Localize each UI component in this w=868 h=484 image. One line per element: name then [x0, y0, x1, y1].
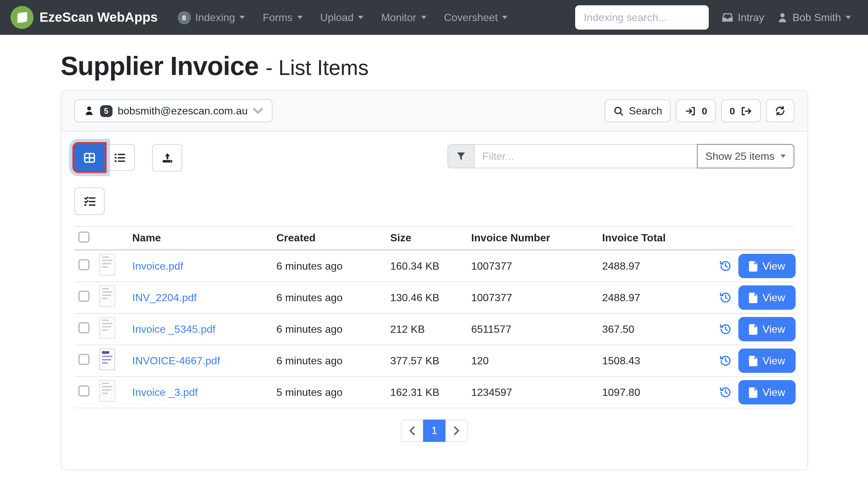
- file-thumbnail[interactable]: [99, 317, 115, 339]
- chevron-down-icon: [297, 16, 302, 19]
- chevron-down-icon: [253, 106, 264, 115]
- user-menu[interactable]: Bob Smith: [777, 11, 851, 23]
- file-icon: [749, 292, 757, 303]
- header-name[interactable]: Name: [132, 232, 276, 244]
- file-name-link[interactable]: INV_2204.pdf: [132, 292, 197, 303]
- search-icon: [613, 105, 623, 116]
- nav-menu-upload[interactable]: Upload: [320, 11, 363, 23]
- page-1-button[interactable]: 1: [423, 420, 445, 442]
- chevron-down-icon: [846, 16, 851, 19]
- file-thumbnail[interactable]: [99, 349, 115, 370]
- created-cell: 5 minutes ago: [276, 386, 390, 398]
- check-in-button[interactable]: 0: [676, 99, 716, 122]
- view-button[interactable]: View: [738, 349, 796, 373]
- row-checkbox[interactable]: [78, 291, 90, 302]
- file-name-link[interactable]: INVOICE-4667.pdf: [132, 355, 220, 366]
- user-queue-select[interactable]: 5 bobsmith@ezescan.com.au: [74, 99, 273, 122]
- header-invoice-total[interactable]: Invoice Total: [602, 232, 714, 244]
- nav-menu-forms[interactable]: Forms: [262, 11, 302, 23]
- header-created[interactable]: Created: [276, 232, 390, 244]
- queue-count-badge: 5: [100, 105, 112, 117]
- file-icon: [749, 261, 757, 271]
- brand-title[interactable]: EzeScan WebApps: [39, 10, 158, 25]
- invoice-total-cell: 367.50: [602, 323, 714, 335]
- history-icon[interactable]: [719, 354, 732, 367]
- view-button[interactable]: View: [738, 380, 796, 405]
- file-thumbnail[interactable]: [99, 285, 115, 307]
- nav-menu-coversheet[interactable]: Coversheet: [444, 11, 508, 23]
- nav-menu-indexing[interactable]: 8 Indexing: [177, 11, 245, 24]
- card-header: 5 bobsmith@ezescan.com.au Search 0 0: [61, 91, 807, 131]
- view-button[interactable]: View: [738, 285, 796, 310]
- chevron-right-icon: [453, 426, 460, 435]
- page-subtitle: - List Items: [266, 56, 369, 79]
- table-row: INV_2204.pdf 6 minutes ago 130.46 KB 100…: [74, 282, 794, 314]
- header-size[interactable]: Size: [390, 232, 471, 244]
- indexing-search-input[interactable]: [575, 5, 709, 30]
- next-page-button[interactable]: [445, 420, 468, 442]
- pagination: 1: [74, 420, 794, 470]
- main-content: Supplier Invoice - List Items 5 bobsmith…: [0, 35, 868, 470]
- file-icon: [749, 324, 757, 334]
- row-checkbox[interactable]: [78, 322, 90, 333]
- view-button[interactable]: View: [738, 317, 796, 341]
- created-cell: 6 minutes ago: [276, 355, 390, 366]
- invoice-total-cell: 2488.97: [602, 260, 714, 272]
- history-icon[interactable]: [719, 323, 732, 335]
- check-out-button[interactable]: 0: [721, 99, 761, 122]
- search-button[interactable]: Search: [604, 99, 671, 122]
- ezescan-logo-icon[interactable]: [10, 6, 34, 29]
- history-icon[interactable]: [719, 260, 732, 272]
- view-button[interactable]: View: [738, 254, 796, 278]
- indexing-count-badge: 8: [177, 11, 190, 24]
- intray-link[interactable]: Intray: [721, 11, 764, 24]
- show-items-select[interactable]: Show 25 items: [697, 144, 794, 168]
- size-cell: 377.57 KB: [390, 355, 471, 366]
- grid-view-button[interactable]: [74, 144, 105, 171]
- list-view-button[interactable]: [105, 144, 135, 171]
- select-all-checkbox[interactable]: [78, 231, 90, 242]
- row-checkbox[interactable]: [78, 259, 90, 270]
- table-row: Invoice.pdf 6 minutes ago 160.34 KB 1007…: [74, 251, 794, 282]
- file-icon: [749, 387, 757, 397]
- upload-button[interactable]: [152, 144, 182, 172]
- funnel-icon: [456, 151, 466, 161]
- previous-page-button[interactable]: [401, 420, 423, 442]
- created-cell: 6 minutes ago: [276, 323, 390, 335]
- refresh-button[interactable]: [766, 99, 794, 122]
- table-row: Invoice _5345.pdf 6 minutes ago 212 KB 6…: [74, 314, 794, 345]
- sign-out-icon: [740, 105, 752, 116]
- row-checkbox[interactable]: [78, 354, 90, 365]
- table-row: Invoice _3.pdf 5 minutes ago 162.31 KB 1…: [74, 377, 794, 408]
- history-icon[interactable]: [719, 291, 732, 304]
- filter-group: Show 25 items: [447, 144, 794, 168]
- items-table: Name Created Size Invoice Number Invoice…: [74, 226, 794, 408]
- size-cell: 130.46 KB: [390, 292, 471, 303]
- table-body: Invoice.pdf 6 minutes ago 160.34 KB 1007…: [74, 251, 794, 408]
- top-navbar: EzeScan WebApps 8 Indexing Forms Upload …: [0, 0, 868, 35]
- file-name-link[interactable]: Invoice _3.pdf: [132, 386, 198, 397]
- nav-menu-monitor[interactable]: Monitor: [381, 11, 426, 23]
- filter-input[interactable]: [474, 144, 698, 168]
- created-cell: 6 minutes ago: [276, 292, 390, 303]
- table-header-row: Name Created Size Invoice Number Invoice…: [74, 226, 794, 251]
- bulk-actions-button[interactable]: [74, 187, 105, 215]
- row-checkbox[interactable]: [78, 385, 90, 396]
- file-name-link[interactable]: Invoice.pdf: [132, 260, 183, 271]
- list-check-icon: [83, 196, 96, 207]
- file-thumbnail[interactable]: [99, 380, 115, 402]
- inbox-icon: [721, 11, 734, 24]
- upload-icon: [161, 152, 174, 164]
- created-cell: 6 minutes ago: [276, 260, 390, 272]
- chevron-down-icon: [421, 16, 426, 19]
- file-thumbnail[interactable]: [99, 254, 115, 276]
- file-name-link[interactable]: Invoice _5345.pdf: [132, 323, 216, 334]
- header-invoice-number[interactable]: Invoice Number: [471, 232, 602, 244]
- refresh-icon: [775, 105, 786, 117]
- tasks-row: [74, 187, 794, 215]
- invoice-number-cell: 1007377: [471, 260, 602, 272]
- invoice-number-cell: 1007377: [471, 292, 602, 303]
- person-icon: [777, 11, 788, 23]
- chevron-down-icon: [240, 16, 245, 19]
- history-icon[interactable]: [719, 386, 732, 398]
